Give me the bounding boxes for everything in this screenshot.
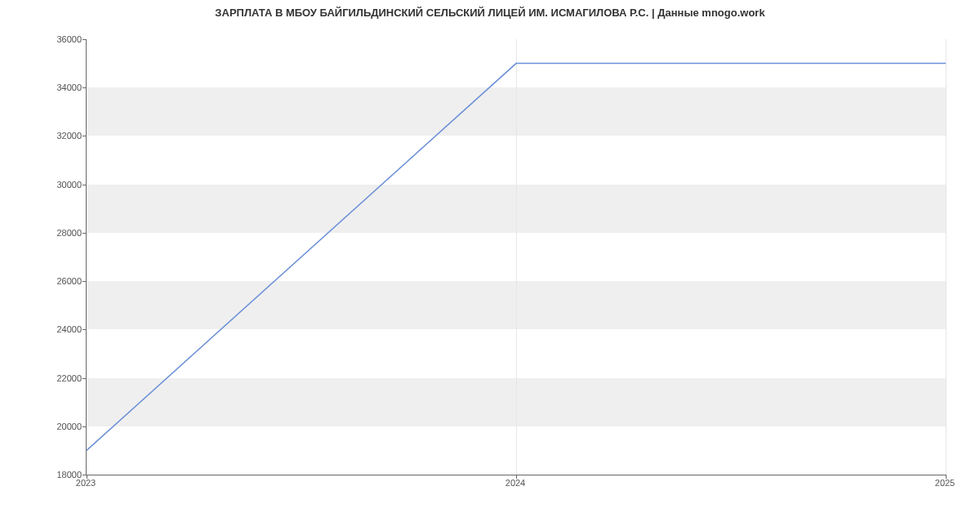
y-tick-label: 34000 [33, 83, 82, 92]
x-tick-mark [516, 475, 517, 479]
x-tick-mark [87, 475, 87, 479]
x-tick-label: 2023 [76, 478, 96, 488]
line-layer [87, 39, 946, 475]
y-tick-label: 32000 [33, 131, 82, 141]
x-tick-label: 2025 [935, 478, 955, 488]
y-tick-label: 20000 [33, 422, 82, 431]
data-line [87, 64, 946, 451]
chart-container: ЗАРПЛАТА В МБОУ БАЙГИЛЬДИНСКИЙ СЕЛЬСКИЙ … [0, 0, 980, 531]
grid-vline [946, 39, 947, 475]
plot-area [86, 39, 946, 475]
x-tick-mark [946, 475, 947, 479]
y-tick-label: 22000 [33, 373, 82, 383]
y-tick-label: 24000 [33, 324, 82, 334]
y-tick-label: 30000 [33, 180, 82, 190]
y-tick-label: 36000 [33, 34, 82, 44]
y-tick-label: 28000 [33, 228, 82, 238]
chart-title: ЗАРПЛАТА В МБОУ БАЙГИЛЬДИНСКИЙ СЕЛЬСКИЙ … [0, 7, 980, 19]
x-tick-label: 2024 [506, 478, 525, 488]
y-tick-label: 18000 [33, 470, 82, 480]
y-tick-label: 26000 [33, 276, 82, 286]
